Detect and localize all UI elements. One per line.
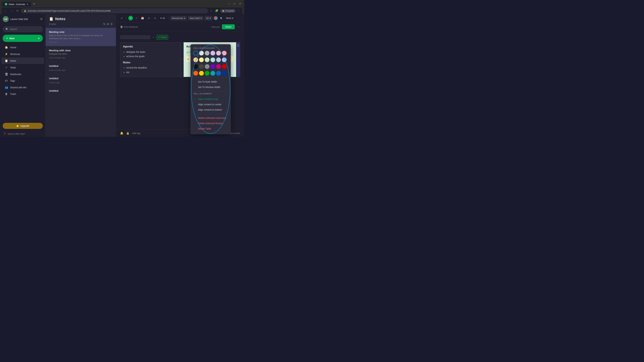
- search-box[interactable]: 🔍 Search: [3, 26, 43, 32]
- sidebar: LD Lauren Dale Deli ⚙ 🔍 Search + New ▾ 🏠…: [0, 14, 46, 137]
- bell-button[interactable]: 🔔: [120, 132, 124, 135]
- notes-item: etc.: [126, 70, 178, 74]
- table-right-col: S: [236, 42, 240, 77]
- note-title: Untitled: [49, 64, 112, 67]
- chevron-down-icon: ▾: [200, 17, 202, 19]
- table-drag-handle[interactable]: ⠿: [180, 42, 184, 77]
- help-link[interactable]: ❓ Need a little help?: [0, 131, 46, 137]
- sidebar-search: 🔍 Search: [0, 24, 46, 34]
- sidebar-item-tasks[interactable]: ✓ Tasks: [1, 64, 44, 71]
- evernote-tag: ✕ Grace: [156, 35, 168, 39]
- lock-icon: 🔒: [24, 10, 26, 12]
- bold-button[interactable]: B: [219, 16, 224, 20]
- note-item-untitled-1[interactable]: Untitled a few minutes ago: [46, 62, 116, 74]
- sidebar-item-shared[interactable]: 👥 Shared with Me: [1, 84, 44, 91]
- notes-item: remind the deadline: [126, 66, 178, 69]
- chevron-down-icon: ▾: [210, 17, 211, 19]
- note-item-meeting-jane[interactable]: Meeting with Jane Delegate the tasks a f…: [46, 46, 116, 62]
- chevron-down-icon: ▾: [38, 37, 40, 40]
- note-item-untitled-3[interactable]: Untitled: [46, 87, 116, 97]
- share-button[interactable]: Share: [222, 24, 235, 29]
- font-dropdown[interactable]: Sans Serif ▾: [188, 16, 203, 20]
- add-tag-button[interactable]: Add tag: [132, 132, 140, 135]
- more-options-button[interactable]: ⋯: [237, 25, 240, 29]
- maximize-button[interactable]: ▭: [232, 1, 237, 6]
- tags-icon: 🏷: [5, 79, 8, 82]
- sidebar-item-label: Tags: [10, 79, 15, 82]
- color-swatch-transparent[interactable]: [193, 51, 198, 55]
- style-label: Normal text: [172, 17, 183, 19]
- agenda-content: delegate the tasks achieve the goals: [123, 50, 178, 58]
- incognito-label: Incognito: [226, 10, 234, 12]
- browser-tabs: 🗒 Notes - Evernote ✕ + ─ ▭ ✕: [2, 1, 242, 6]
- note-preview: Delegate the tasks: [49, 52, 112, 55]
- address-bar[interactable]: 🔒 evernote.com/client/web?login=true#/no…: [21, 8, 208, 13]
- color-picker-button[interactable]: [214, 16, 218, 20]
- notebooks-icon: 📓: [5, 72, 8, 76]
- toolbar-separator: [126, 16, 126, 20]
- sidebar-item-shortcuts[interactable]: ⚡ Shortcuts ›: [1, 51, 44, 57]
- shared-icon: 👥: [5, 86, 8, 89]
- minimize-button[interactable]: ─: [227, 1, 231, 6]
- sidebar-item-label: Notes: [10, 59, 16, 62]
- sidebar-item-notebooks[interactable]: 📓 Notebooks ›: [1, 71, 44, 77]
- calendar-button[interactable]: 📅: [140, 16, 145, 20]
- sort-button[interactable]: ⇅: [103, 22, 105, 26]
- incognito-badge: 🕵 Incognito: [220, 9, 236, 13]
- avatar: LD: [3, 16, 9, 22]
- notes-title: 📋 Notes: [49, 17, 112, 21]
- app: LD Lauren Dale Deli ⚙ 🔍 Search + New ▾ 🏠…: [0, 14, 244, 137]
- chevron-right-icon: ›: [40, 53, 41, 55]
- notes-actions: ⇅ ⊞ ☰: [103, 22, 112, 26]
- size-dropdown[interactable]: 16 ▾: [204, 16, 212, 20]
- new-tab-button[interactable]: +: [32, 1, 36, 6]
- filter-button[interactable]: ⊞: [107, 22, 109, 26]
- notebook-name: First Notebook: [124, 26, 138, 28]
- forward-button[interactable]: →: [10, 9, 14, 13]
- user-name: Lauren Dale Deli: [10, 18, 38, 20]
- bookmark-button[interactable]: ☆: [209, 8, 213, 13]
- evernote-icon: ✕: [158, 35, 160, 39]
- sidebar-item-label: Tasks: [10, 66, 16, 69]
- close-window-button[interactable]: ✕: [238, 1, 242, 6]
- extension-button[interactable]: 🧩: [214, 8, 219, 13]
- tab-close-button[interactable]: ✕: [26, 3, 28, 5]
- sidebar-item-label: Shared with Me: [10, 86, 26, 89]
- active-tab[interactable]: 🗒 Notes - Evernote ✕: [2, 2, 31, 6]
- notebook-badge[interactable]: 📓 First Notebook: [120, 26, 138, 28]
- add-content-button[interactable]: +: [128, 16, 133, 20]
- menu-button[interactable]: ⋮: [237, 8, 241, 13]
- note-title: Untitled: [49, 89, 112, 92]
- upgrade-label: Upgrade: [20, 124, 29, 127]
- task-button[interactable]: ○: [134, 16, 138, 20]
- settings-button[interactable]: ⚙: [40, 17, 43, 21]
- agenda-cell[interactable]: Agenda delegate the tasks achieve the go…: [120, 42, 180, 77]
- new-button[interactable]: + New ▾: [3, 35, 43, 42]
- tab-title: Notes - Evernote: [9, 3, 25, 5]
- note-time: Just now: [49, 41, 112, 43]
- help-label: Need a little help?: [8, 133, 25, 135]
- sidebar-item-trash[interactable]: 🗑 Trash: [1, 91, 44, 97]
- home-icon: 🏠: [5, 46, 8, 49]
- sidebar-item-home[interactable]: 🏠 Home: [1, 44, 44, 51]
- redo-button[interactable]: ↪: [152, 16, 157, 20]
- chevron-right-icon: ›: [40, 73, 41, 75]
- note-item-meeting-note[interactable]: Meeting note Date & Time 8 AM- 9 AM Goal…: [46, 28, 116, 46]
- browser-chrome: 🗒 Notes - Evernote ✕ + ─ ▭ ✕ ← → ↻ 🔒 eve…: [0, 0, 244, 14]
- ai-button[interactable]: ✦ AI: [159, 16, 166, 20]
- more-formatting-button[interactable]: More ▾: [225, 16, 234, 20]
- style-dropdown[interactable]: Normal text ▾: [170, 16, 187, 20]
- note-time: a few minutes ago: [49, 57, 112, 59]
- note-item-untitled-2[interactable]: Untitled 9 hours ago: [46, 74, 116, 87]
- undo-button[interactable]: ↩: [146, 16, 151, 20]
- expand-button[interactable]: ⤢: [120, 16, 124, 20]
- reload-button[interactable]: ↻: [16, 8, 20, 13]
- view-button[interactable]: ☰: [110, 22, 112, 26]
- sidebar-item-tags[interactable]: 🏷 Tags: [1, 78, 44, 84]
- lock-button[interactable]: 🔒: [126, 132, 130, 135]
- sidebar-item-notes[interactable]: 📋 Notes: [1, 57, 44, 64]
- back-button[interactable]: ←: [3, 9, 8, 13]
- sidebar-item-label: Shortcuts: [10, 53, 20, 55]
- upgrade-button[interactable]: ⭐ Upgrade: [3, 123, 43, 129]
- help-icon: ❓: [3, 133, 6, 135]
